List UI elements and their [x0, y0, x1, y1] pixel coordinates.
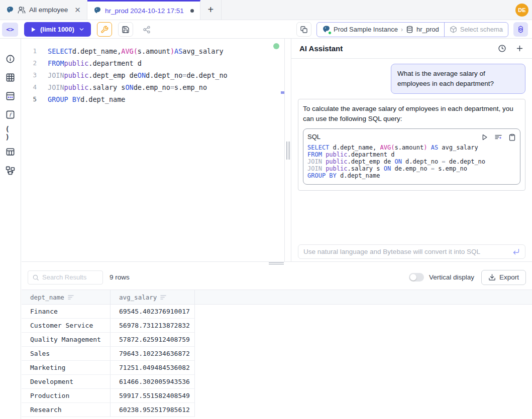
column-header-filler [195, 290, 532, 304]
results-panel: 9 rows Vertical display Export dept_name [22, 265, 532, 419]
export-button[interactable]: Export [481, 270, 526, 285]
history-clock-icon[interactable] [498, 44, 506, 53]
database-icon [406, 26, 413, 33]
table-cell[interactable]: 61466.302005943536 [111, 375, 195, 389]
run-query-button[interactable]: (limit 1000) [24, 22, 91, 37]
line-number: 3 [22, 69, 48, 81]
instance-name: Prod Sample Instance [334, 26, 398, 33]
people-icon [18, 6, 26, 14]
table-cell[interactable]: 71251.049484536082 [111, 361, 195, 375]
table-row: Marketing71251.049484536082 [22, 361, 532, 375]
info-icon[interactable] [6, 54, 16, 64]
schema-placeholder: Select schema [460, 26, 503, 33]
sheets-highlight-icon[interactable] [6, 91, 16, 101]
instance-database-selector[interactable]: Prod Sample Instance › hr_prod [317, 23, 444, 37]
tab-label: hr_prod 2024-10-12 17:51 [105, 7, 184, 15]
connection-breadcrumb: Prod Sample Instance › hr_prod Select sc… [316, 22, 508, 37]
enter-return-icon[interactable] [512, 248, 520, 255]
table-row: Production59917.551582408549 [22, 389, 532, 403]
table-cell[interactable]: Research [22, 403, 111, 417]
table-cell-filler [195, 305, 532, 319]
ai-panel-header: AI Assistant [291, 39, 532, 59]
play-icon [30, 27, 36, 33]
column-header-dept-name[interactable]: dept_name [22, 290, 111, 304]
code-line: SELECT d.dept_name, AVG(s.amount) AS avg… [307, 144, 516, 151]
table-cell[interactable]: 59917.551582408549 [111, 389, 195, 403]
parentheses-icon[interactable]: ( ) [6, 128, 16, 138]
table-cell[interactable]: Finance [22, 305, 111, 319]
ai-assistant-panel: AI Assistant What is the average salary … [291, 39, 532, 261]
table-cell[interactable]: Quality Management [22, 333, 111, 347]
app-window: All employee ✕ hr_prod 2024-10-12 17:51 … [0, 0, 532, 419]
batch-query-button[interactable] [296, 22, 311, 37]
left-sidebar: f ( ) [0, 39, 21, 419]
drag-grip-icon [286, 142, 290, 160]
panel-resize-handle-vertical[interactable] [284, 39, 291, 261]
ai-assistant-button[interactable] [513, 22, 528, 37]
table-cell[interactable]: Customer Service [22, 319, 111, 333]
editor-toolbar: <> (limit 1000) [0, 21, 532, 39]
table-grid-icon[interactable] [6, 72, 16, 82]
connection-health-dot [273, 43, 279, 49]
table-cell[interactable]: 69545.402376910017 [111, 305, 195, 319]
insert-into-editor-icon[interactable] [494, 133, 502, 141]
panel-resize-handle-horizontal[interactable] [22, 261, 532, 265]
avatar[interactable]: DE [515, 4, 528, 17]
ai-prompt-input[interactable] [303, 248, 512, 255]
code-language-label: SQL [307, 132, 321, 142]
sql-code-lines: SELECT d.dept_name, AVG(s.amount) AS avg… [307, 144, 516, 179]
table-cell-filler [195, 389, 532, 403]
table-cell[interactable]: 57872.625912408759 [111, 333, 195, 347]
code-line: 4JOIN public.salary s ON de.emp_no = s.e… [22, 81, 284, 93]
openai-icon [516, 25, 525, 34]
table-cell[interactable]: 79643.102234636872 [111, 347, 195, 361]
data-table-icon[interactable] [6, 147, 16, 157]
search-results-input[interactable] [42, 273, 92, 281]
results-table: dept_name avg_salary Finance69545.402376… [22, 290, 532, 419]
table-header-row: dept_name avg_salary [22, 290, 532, 305]
breadcrumb-separator: › [401, 26, 403, 33]
batch-query-icon [300, 26, 308, 34]
code-panel-toggle-icon[interactable]: <> [2, 23, 18, 37]
table-cell-filler [195, 319, 532, 333]
download-icon [488, 273, 496, 281]
tab-hr-prod[interactable]: hr_prod 2024-10-12 17:51 [87, 0, 200, 20]
copy-code-icon[interactable] [508, 133, 516, 141]
table-cell[interactable]: Development [22, 375, 111, 389]
function-icon[interactable]: f [6, 109, 16, 119]
format-sql-button[interactable] [97, 22, 112, 37]
svg-text:f: f [9, 112, 12, 117]
code-line: FROM public.department d [307, 151, 516, 158]
unsaved-dot-icon [190, 9, 194, 13]
table-cell[interactable]: Production [22, 389, 111, 403]
cube-icon [450, 26, 457, 33]
save-icon [122, 26, 130, 34]
vertical-display-toggle[interactable] [409, 273, 424, 282]
share-sheet-button[interactable] [139, 22, 154, 37]
save-sheet-button[interactable] [118, 22, 133, 37]
table-cell[interactable]: Marketing [22, 361, 111, 375]
code-line: 2FROM public.department d [22, 57, 284, 69]
new-tab-button[interactable]: + [200, 0, 222, 20]
code-line: 5GROUP BY d.dept_name [22, 93, 284, 105]
table-cell[interactable]: 56978.731213872832 [111, 319, 195, 333]
assistant-intro-text: To calculate the average salary of emplo… [303, 105, 513, 122]
results-toolbar: 9 rows Vertical display Export [22, 265, 532, 290]
schema-selector[interactable]: Select schema [444, 23, 508, 37]
chevron-down-icon [78, 26, 85, 33]
table-row: Sales79643.102234636872 [22, 347, 532, 361]
export-label: Export [499, 273, 519, 281]
table-cell[interactable]: Sales [22, 347, 111, 361]
table-cell[interactable]: 60238.952517985612 [111, 403, 195, 417]
new-chat-plus-icon[interactable] [515, 44, 524, 53]
tab-bar: All employee ✕ hr_prod 2024-10-12 17:51 … [0, 0, 532, 20]
run-code-icon[interactable] [481, 133, 488, 141]
postgres-icon [322, 25, 331, 34]
schema-diagram-icon[interactable] [6, 165, 16, 175]
table-cell-filler [195, 361, 532, 375]
close-icon[interactable]: ✕ [74, 6, 81, 15]
column-header-avg-salary[interactable]: avg_salary [111, 290, 195, 304]
postgres-icon [93, 7, 101, 15]
tab-all-employee[interactable]: All employee ✕ [0, 0, 87, 20]
sql-editor[interactable]: 1SELECT d.dept_name, AVG(s.amount) AS av… [22, 39, 284, 261]
